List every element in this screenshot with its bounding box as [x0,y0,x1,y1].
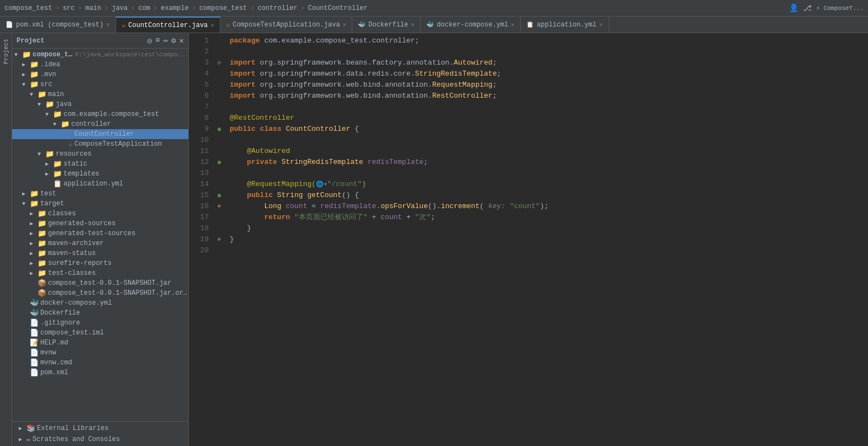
tree-java[interactable]: ▼ 📁 java [12,99,188,109]
fold-9[interactable]: ◉ [218,124,221,135]
breadcrumb-com[interactable]: com [138,4,150,12]
breadcrumb-compose-test2[interactable]: compose_test [199,4,247,12]
tree-arrow-main[interactable]: ▼ [30,92,38,98]
tree-src[interactable]: ▼ 📁 src [12,79,188,89]
tree-resources[interactable]: ▼ 📁 resources [12,149,188,159]
tree-root-compose-test[interactable]: ▼ 📁 compose_test F:\java_workspace\test\… [12,50,188,60]
tree-root-path: F:\java_workspace\test\compo... [75,51,188,58]
locate-icon[interactable]: ◎ [147,36,152,45]
tree-iml[interactable]: 📄 compose_test.iml [12,328,188,338]
tree-idea[interactable]: ▶ 📁 .idea [12,60,188,70]
breadcrumb-compose-test[interactable]: compose_test [4,4,52,12]
tree-arrow-static[interactable]: ▶ [45,161,53,167]
tree-dockerfile-root[interactable]: 🐳 Dockerfile [12,308,188,318]
tree-maven-archiver[interactable]: ▶ 📁 maven-archiver [12,238,188,248]
tree-arrow-maven-archiver[interactable]: ▶ [30,240,38,247]
tree-arrow-surefire[interactable]: ▶ [30,260,38,267]
breadcrumb-main[interactable]: main [85,4,101,12]
compose-icon[interactable]: ⚡ ComposeT... [816,4,864,12]
tree-countcontroller[interactable]: ☕ CountController [12,129,188,139]
tree-arrow-ext-libs[interactable]: ▶ [19,425,27,432]
tree-arrow-idea[interactable]: ▶ [22,61,30,68]
collapse-icon[interactable]: ⇔ [163,36,168,45]
tab-countcontroller[interactable]: ☕ CountController.java ✕ [116,17,220,33]
tree-arrow-java[interactable]: ▼ [38,102,45,108]
tree-arrow-gen-test-sources[interactable]: ▶ [30,230,38,237]
tree-arrow-root[interactable]: ▼ [14,52,22,58]
tree-scratches-consoles[interactable]: ▶ ✏️ Scratches and Consoles [12,434,188,445]
tree-arrow-test[interactable]: ▶ [22,190,30,197]
tab-dockercompose-close[interactable]: ✕ [511,21,515,28]
ln-13: 13 [189,168,209,179]
tree-mvn[interactable]: ▶ 📁 .mvn [12,70,188,79]
tree-arrow-classes[interactable]: ▶ [30,210,38,217]
tree-mvnw-cmd[interactable]: 📄 mvnw.cmd [12,358,188,368]
tab-dockerfile-close[interactable]: ✕ [411,21,415,28]
tree-main[interactable]: ▼ 📁 main [12,89,188,99]
tree-test-classes[interactable]: ▶ 📁 test-classes [12,268,188,278]
tree-generated-test-sources[interactable]: ▶ 📁 generated-test-sources [12,229,188,238]
tree-arrow-com-example[interactable]: ▼ [45,112,53,118]
fold-12[interactable]: ◉ [218,157,221,168]
tree-controller[interactable]: ▼ 📁 controller [12,119,188,129]
tab-dockercompose-label: docker-compose.yml [437,21,509,29]
tab-applicationyml-close[interactable]: ✕ [599,21,603,28]
tree-arrow-src[interactable]: ▼ [22,82,30,88]
tree-composetestapplication[interactable]: ☕ ComposeTestApplication [12,139,188,149]
tree-arrow-resources[interactable]: ▼ [38,151,45,157]
tab-dockerfile[interactable]: 🐳 Dockerfile ✕ [352,17,421,33]
breadcrumb-java[interactable]: java [112,4,128,12]
vcs-icon[interactable]: ⎇ [803,3,812,13]
tree-pom-xml[interactable]: 📄 pom.xml [12,368,188,378]
tree-external-libraries[interactable]: ▶ 📚 External Libraries [12,423,188,434]
java-folder-icon: 📁 [45,100,54,109]
breadcrumb-countcontroller[interactable]: CountController [308,4,368,12]
expand-icon[interactable]: ≡ [155,36,160,45]
tree-gitignore[interactable]: 📄 .gitignore [12,318,188,328]
tree-surefire-reports[interactable]: ▶ 📁 surefire-reports [12,258,188,268]
tree-arrow-controller[interactable]: ▼ [53,121,61,128]
tree-arrow-generated-sources[interactable]: ▶ [30,220,38,227]
tree-generated-sources[interactable]: ▶ 📁 generated-sources [12,219,188,229]
tree-jar2[interactable]: 📦 compose_test-0.0.1-SNAPSHOT.jar.orig [12,288,188,298]
tree-arrow-scratches[interactable]: ▶ [19,436,27,443]
breadcrumb-src[interactable]: src [63,4,75,12]
tree-test[interactable]: ▶ 📁 test [12,189,188,199]
scratches-icon: ✏️ [27,435,31,444]
tree-arrow-test-classes[interactable]: ▶ [30,270,38,277]
tab-composetestapp-close[interactable]: ✕ [343,21,347,28]
breadcrumb-controller[interactable]: controller [258,4,298,12]
tree-target[interactable]: ▼ 📁 target [12,199,188,209]
tree-arrow-mvn[interactable]: ▶ [22,71,30,78]
tree-helpmd[interactable]: 📝 HELP.md [12,338,188,348]
tab-applicationyml[interactable]: 📋 application.yml ✕ [521,17,609,33]
code-content[interactable]: package com.example.compose_test.control… [225,33,868,446]
tree-templates[interactable]: ▶ 📁 templates [12,169,188,179]
tree-jar1[interactable]: 📦 compose_test-0.0.1-SNAPSHOT.jar [12,278,188,288]
tree-arrow-target[interactable]: ▼ [22,201,30,207]
tree-com-example[interactable]: ▼ 📁 com.example.compose_test [12,109,188,119]
fold-3[interactable]: ⊖ [218,57,221,68]
tab-dockerfile-label: Dockerfile [368,21,408,29]
tree-application-yml[interactable]: 📋 application.yml [12,179,188,189]
tab-composetestapp[interactable]: ☕ ComposeTestApplication.java ✕ [220,17,352,33]
top-bar-right: 👤 ⎇ ⚡ ComposeT... [789,3,864,13]
tree-arrow-maven-status[interactable]: ▶ [30,250,38,257]
fold-15[interactable]: ◉ [218,190,221,201]
tree-classes[interactable]: ▶ 📁 classes [12,209,188,219]
tab-countcontroller-close[interactable]: ✕ [210,22,214,29]
settings-gear-icon[interactable]: ⚙ [171,36,176,45]
tree-maven-status[interactable]: ▶ 📁 maven-status [12,248,188,258]
user-icon[interactable]: 👤 [789,3,798,13]
tree-docker-compose-root[interactable]: 🐳 docker-compose.yml [12,298,188,308]
tree-arrow-templates[interactable]: ▶ [45,171,53,177]
tree-static[interactable]: ▶ 📁 static [12,159,188,169]
tab-pom[interactable]: 📄 pom.xml (compose_test) ✕ [0,17,116,33]
tree-root-label: compose_test [33,51,73,59]
tab-pom-close[interactable]: ✕ [106,21,110,28]
tree-mvnw[interactable]: 📄 mvnw [12,348,188,358]
tab-dockercompose[interactable]: 🐳 docker-compose.yml ✕ [421,17,521,33]
close-sidebar-icon[interactable]: ✕ [179,36,184,45]
project-tab-label[interactable]: Project [2,35,10,67]
breadcrumb-example[interactable]: example [161,4,188,12]
